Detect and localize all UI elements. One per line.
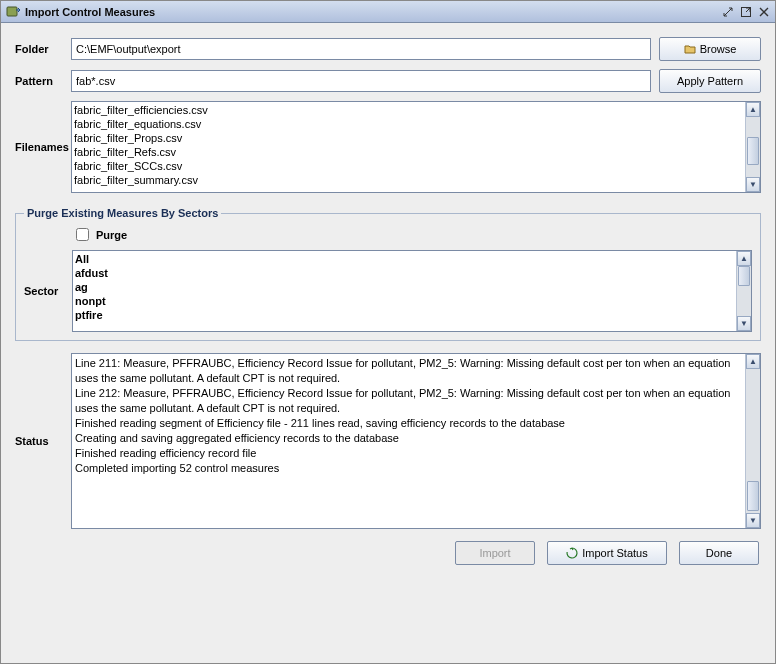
- scroll-track[interactable]: [746, 369, 760, 513]
- apply-pattern-label: Apply Pattern: [677, 75, 743, 87]
- svg-rect-0: [7, 7, 17, 16]
- scroll-up-icon[interactable]: ▲: [746, 354, 760, 369]
- scroll-track[interactable]: [737, 266, 751, 316]
- scroll-down-icon[interactable]: ▼: [737, 316, 751, 331]
- purge-checkbox-row: Purge: [72, 225, 752, 244]
- list-item[interactable]: fabric_filter_efficiencies.csv: [74, 103, 743, 117]
- action-row: Import Import Status Done: [15, 541, 761, 569]
- status-line: Completed importing 52 control measures: [75, 461, 742, 476]
- list-item[interactable]: ag: [75, 280, 734, 294]
- import-status-button[interactable]: Import Status: [547, 541, 667, 565]
- folder-row: Folder Browse: [15, 37, 761, 61]
- filenames-listbox[interactable]: fabric_filter_efficiencies.csv fabric_fi…: [71, 101, 761, 193]
- import-button[interactable]: Import: [455, 541, 535, 565]
- purge-legend: Purge Existing Measures By Sectors: [24, 207, 221, 219]
- browse-button[interactable]: Browse: [659, 37, 761, 61]
- window-controls: [721, 5, 771, 19]
- status-line: Line 211: Measure, PFFRAUBC, Efficiency …: [75, 356, 742, 386]
- status-row: Status Line 211: Measure, PFFRAUBC, Effi…: [15, 353, 761, 529]
- status-line: Line 212: Measure, PFFRAUBC, Efficiency …: [75, 386, 742, 416]
- apply-pattern-button[interactable]: Apply Pattern: [659, 69, 761, 93]
- scroll-down-icon[interactable]: ▼: [746, 513, 760, 528]
- status-scrollbar[interactable]: ▲ ▼: [745, 354, 760, 528]
- filenames-list: fabric_filter_efficiencies.csv fabric_fi…: [72, 102, 745, 192]
- pattern-label: Pattern: [15, 75, 71, 87]
- scroll-thumb[interactable]: [747, 137, 759, 165]
- filenames-label: Filenames: [15, 141, 71, 153]
- list-item[interactable]: All: [75, 252, 734, 266]
- scroll-up-icon[interactable]: ▲: [737, 251, 751, 266]
- purge-fieldset: Purge Existing Measures By Sectors Purge…: [15, 207, 761, 341]
- folder-open-icon: [684, 43, 696, 55]
- scroll-up-icon[interactable]: ▲: [746, 102, 760, 117]
- sector-row: Sector All afdust ag nonpt ptfire ▲: [24, 250, 752, 332]
- list-item[interactable]: nonpt: [75, 294, 734, 308]
- sector-list: All afdust ag nonpt ptfire: [73, 251, 736, 331]
- folder-input[interactable]: [71, 38, 651, 60]
- status-content: Line 211: Measure, PFFRAUBC, Efficiency …: [72, 354, 745, 528]
- browse-button-label: Browse: [700, 43, 737, 55]
- scroll-thumb[interactable]: [747, 481, 759, 511]
- titlebar: Import Control Measures: [1, 1, 775, 23]
- list-item[interactable]: fabric_filter_Refs.csv: [74, 145, 743, 159]
- pattern-row: Pattern Apply Pattern: [15, 69, 761, 93]
- import-status-label: Import Status: [582, 547, 647, 559]
- scroll-track[interactable]: [746, 117, 760, 177]
- status-line: Creating and saving aggregated efficienc…: [75, 431, 742, 446]
- refresh-icon: [566, 547, 578, 559]
- list-item[interactable]: ptfire: [75, 308, 734, 322]
- list-item[interactable]: fabric_filter_equations.csv: [74, 117, 743, 131]
- purge-checkbox-label: Purge: [96, 229, 127, 241]
- import-button-label: Import: [479, 547, 510, 559]
- purge-checkbox[interactable]: [76, 228, 89, 241]
- close-icon[interactable]: [757, 5, 771, 19]
- content-area: Folder Browse Pattern Apply Pattern File…: [1, 23, 775, 663]
- list-item[interactable]: fabric_filter_SCCs.csv: [74, 159, 743, 173]
- import-control-measures-window: Import Control Measures Folder Browse Pa…: [0, 0, 776, 664]
- status-label: Status: [15, 435, 71, 447]
- done-button[interactable]: Done: [679, 541, 759, 565]
- folder-label: Folder: [15, 43, 71, 55]
- sector-listbox[interactable]: All afdust ag nonpt ptfire ▲ ▼: [72, 250, 752, 332]
- list-item[interactable]: fabric_filter_summary.csv: [74, 173, 743, 187]
- status-line: Finished reading segment of Efficiency f…: [75, 416, 742, 431]
- minimize-internal-icon[interactable]: [721, 5, 735, 19]
- scroll-thumb[interactable]: [738, 266, 750, 286]
- done-button-label: Done: [706, 547, 732, 559]
- filenames-scrollbar[interactable]: ▲ ▼: [745, 102, 760, 192]
- app-icon: [5, 4, 21, 20]
- pattern-input[interactable]: [71, 70, 651, 92]
- status-line: Finished reading efficiency record file: [75, 446, 742, 461]
- window-title: Import Control Measures: [25, 6, 721, 18]
- sector-label: Sector: [24, 285, 72, 297]
- sector-scrollbar[interactable]: ▲ ▼: [736, 251, 751, 331]
- filenames-row: Filenames fabric_filter_efficiencies.csv…: [15, 101, 761, 193]
- list-item[interactable]: fabric_filter_Props.csv: [74, 131, 743, 145]
- scroll-down-icon[interactable]: ▼: [746, 177, 760, 192]
- list-item[interactable]: afdust: [75, 266, 734, 280]
- status-textarea[interactable]: Line 211: Measure, PFFRAUBC, Efficiency …: [71, 353, 761, 529]
- maximize-icon[interactable]: [739, 5, 753, 19]
